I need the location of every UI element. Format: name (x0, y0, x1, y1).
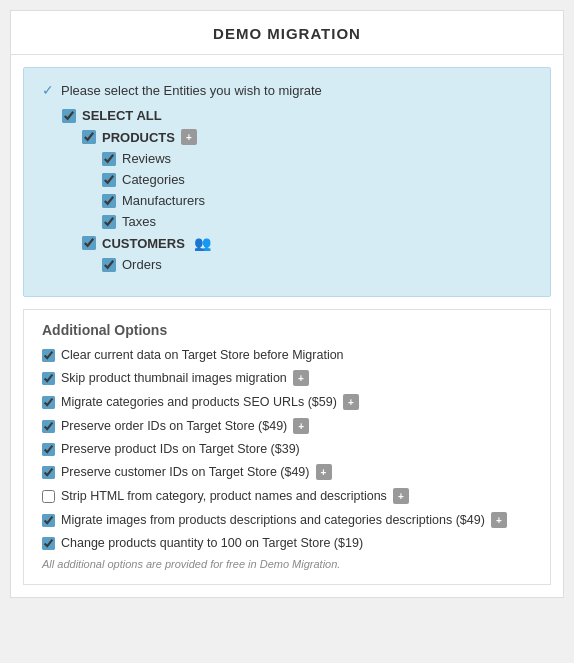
seo-urls-info-icon[interactable]: + (343, 394, 359, 410)
migrate-images-info-icon[interactable]: + (491, 512, 507, 528)
option-clear-data: Clear current data on Target Store befor… (42, 348, 532, 362)
option-migrate-images: Migrate images from products description… (42, 512, 532, 528)
preserve-order-ids-info-icon[interactable]: + (293, 418, 309, 434)
select-all-label: SELECT ALL (82, 108, 162, 123)
preserve-customer-ids-checkbox[interactable] (42, 466, 55, 479)
option-skip-thumbnail: Skip product thumbnail images migration … (42, 370, 532, 386)
taxes-label: Taxes (122, 214, 156, 229)
entity-reviews: Reviews (102, 151, 532, 166)
skip-thumbnail-info-icon[interactable]: + (293, 370, 309, 386)
entity-orders: Orders (102, 257, 532, 272)
additional-options-title: Additional Options (42, 322, 532, 338)
strip-html-info-icon[interactable]: + (393, 488, 409, 504)
categories-label: Categories (122, 172, 185, 187)
option-preserve-product-ids: Preserve product IDs on Target Store ($3… (42, 442, 532, 456)
entities-header-text: Please select the Entities you wish to m… (61, 83, 322, 98)
page-title: DEMO MIGRATION (11, 11, 563, 55)
select-all-item: SELECT ALL (62, 108, 532, 123)
change-quantity-checkbox[interactable] (42, 537, 55, 550)
products-label: PRODUCTS (102, 130, 175, 145)
entity-categories: Categories (102, 172, 532, 187)
products-info-icon[interactable]: + (181, 129, 197, 145)
option-change-quantity: Change products quantity to 100 on Targe… (42, 536, 532, 550)
reviews-checkbox[interactable] (102, 152, 116, 166)
entity-customers: CUSTOMERS 👥 (82, 235, 532, 251)
manufacturers-label: Manufacturers (122, 193, 205, 208)
orders-checkbox[interactable] (102, 258, 116, 272)
strip-html-label: Strip HTML from category, product names … (61, 489, 387, 503)
skip-thumbnail-label: Skip product thumbnail images migration (61, 371, 287, 385)
option-seo-urls: Migrate categories and products SEO URLs… (42, 394, 532, 410)
preserve-order-ids-label: Preserve order IDs on Target Store ($49) (61, 419, 287, 433)
entities-header-icon: ✓ (42, 82, 54, 98)
strip-html-checkbox[interactable] (42, 490, 55, 503)
preserve-customer-ids-label: Preserve customer IDs on Target Store ($… (61, 465, 310, 479)
orders-label: Orders (122, 257, 162, 272)
demo-note: All additional options are provided for … (42, 558, 532, 570)
preserve-order-ids-checkbox[interactable] (42, 420, 55, 433)
taxes-checkbox[interactable] (102, 215, 116, 229)
customers-icon: 👥 (194, 235, 211, 251)
customers-label: CUSTOMERS (102, 236, 185, 251)
migrate-images-label: Migrate images from products description… (61, 513, 485, 527)
main-container: DEMO MIGRATION ✓ Please select the Entit… (10, 10, 564, 598)
entity-taxes: Taxes (102, 214, 532, 229)
reviews-label: Reviews (122, 151, 171, 166)
change-quantity-label: Change products quantity to 100 on Targe… (61, 536, 363, 550)
manufacturers-checkbox[interactable] (102, 194, 116, 208)
clear-data-label: Clear current data on Target Store befor… (61, 348, 344, 362)
additional-options-section: Additional Options Clear current data on… (23, 309, 551, 585)
entity-manufacturers: Manufacturers (102, 193, 532, 208)
entities-header: ✓ Please select the Entities you wish to… (42, 82, 532, 98)
seo-urls-label: Migrate categories and products SEO URLs… (61, 395, 337, 409)
preserve-product-ids-checkbox[interactable] (42, 443, 55, 456)
entity-products: PRODUCTS + (82, 129, 532, 145)
option-strip-html: Strip HTML from category, product names … (42, 488, 532, 504)
customers-checkbox[interactable] (82, 236, 96, 250)
seo-urls-checkbox[interactable] (42, 396, 55, 409)
preserve-product-ids-label: Preserve product IDs on Target Store ($3… (61, 442, 300, 456)
skip-thumbnail-checkbox[interactable] (42, 372, 55, 385)
clear-data-checkbox[interactable] (42, 349, 55, 362)
preserve-customer-ids-info-icon[interactable]: + (316, 464, 332, 480)
select-all-checkbox[interactable] (62, 109, 76, 123)
migrate-images-checkbox[interactable] (42, 514, 55, 527)
categories-checkbox[interactable] (102, 173, 116, 187)
products-checkbox[interactable] (82, 130, 96, 144)
entities-section: ✓ Please select the Entities you wish to… (23, 67, 551, 297)
option-preserve-order-ids: Preserve order IDs on Target Store ($49)… (42, 418, 532, 434)
option-preserve-customer-ids: Preserve customer IDs on Target Store ($… (42, 464, 532, 480)
